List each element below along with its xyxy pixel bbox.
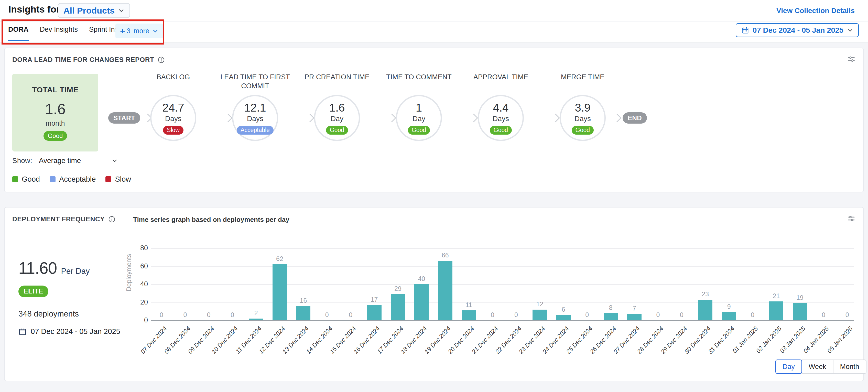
stage-value: 12.1 bbox=[244, 101, 266, 114]
date-range-picker[interactable]: 07 Dec 2024 - 05 Jan 2025 bbox=[736, 23, 859, 37]
stage-rating-badge: Good bbox=[326, 126, 348, 134]
legend-label: Good bbox=[22, 175, 40, 183]
stage-connector-arrow-icon bbox=[224, 114, 232, 122]
stage-unit: Days bbox=[493, 115, 509, 123]
bar-value-label: 2 bbox=[246, 309, 267, 317]
bar-value-label: 0 bbox=[577, 311, 597, 319]
bar-value-label: 0 bbox=[483, 311, 503, 319]
more-tabs-dropdown[interactable]: + 3 more bbox=[116, 24, 163, 38]
show-label: Show: bbox=[12, 157, 32, 165]
deployment-bar[interactable] bbox=[414, 284, 429, 320]
deployment-bar[interactable] bbox=[367, 305, 381, 320]
stage-connector-line bbox=[279, 118, 310, 118]
deployment-bar[interactable] bbox=[627, 314, 642, 320]
rating-legend: GoodAcceptableSlow bbox=[12, 175, 131, 183]
stage-value: 1.6 bbox=[329, 101, 345, 114]
bar-value-label: 0 bbox=[175, 311, 195, 319]
deployment-bar[interactable] bbox=[391, 294, 405, 320]
bar-value-label: 0 bbox=[222, 311, 243, 319]
stage-rating-badge: Good bbox=[408, 126, 430, 134]
deployment-bar[interactable] bbox=[273, 264, 287, 320]
deployment-bar[interactable] bbox=[532, 310, 547, 320]
stage-rating-badge: Slow bbox=[163, 126, 184, 134]
deployment-frequency-panel: DEPLOYMENT FREQUENCY Time series graph b… bbox=[4, 207, 864, 381]
bar-value-label: 0 bbox=[198, 311, 219, 319]
stage-label-pr-creation-time: PR CREATION TIME bbox=[293, 73, 380, 82]
gridline bbox=[151, 284, 854, 285]
bar-value-label: 23 bbox=[695, 291, 715, 298]
product-selector-label: All Products bbox=[63, 6, 115, 16]
stage-label-merge-time: MERGE TIME bbox=[539, 73, 626, 82]
y-axis-title: Deployments bbox=[125, 247, 132, 298]
more-label: more bbox=[133, 27, 150, 35]
granularity-week[interactable]: Week bbox=[802, 360, 833, 374]
deployment-bar[interactable] bbox=[793, 303, 807, 320]
stage-merge-time: 3.9DaysGood bbox=[560, 95, 606, 141]
granularity-toggle: DayWeekMonth bbox=[775, 360, 866, 374]
end-connector-arrow-icon bbox=[613, 114, 621, 122]
granularity-month[interactable]: Month bbox=[833, 360, 866, 374]
stage-connector-arrow-icon bbox=[306, 114, 314, 122]
granularity-day[interactable]: Day bbox=[775, 360, 802, 374]
stage-connector-arrow-icon bbox=[469, 114, 478, 122]
stage-backlog: 24.7DaysSlow bbox=[150, 95, 196, 141]
deployment-bar[interactable] bbox=[249, 319, 263, 320]
tab-dora[interactable]: DORA bbox=[8, 25, 29, 41]
bar-value-label: 62 bbox=[270, 255, 290, 263]
bar-value-label: 0 bbox=[837, 311, 858, 319]
stage-label-lead-time-to-first-commit: LEAD TIME TO FIRST COMMIT bbox=[212, 73, 299, 91]
deployment-bar[interactable] bbox=[769, 301, 783, 320]
deployment-bar[interactable] bbox=[604, 313, 618, 320]
bar-value-label: 0 bbox=[742, 311, 763, 319]
stage-rating-badge: Acceptable bbox=[237, 126, 274, 134]
tab-dev-insights[interactable]: Dev Insights bbox=[39, 25, 79, 41]
y-tick-label: 60 bbox=[117, 262, 148, 270]
stage-unit: Days bbox=[575, 115, 591, 123]
deployment-bar[interactable] bbox=[556, 315, 571, 320]
y-tick-label: 20 bbox=[117, 298, 148, 306]
stage-connector-line bbox=[361, 118, 392, 118]
chevron-down-icon bbox=[152, 28, 158, 34]
bar-value-label: 40 bbox=[411, 275, 432, 282]
bar-value-label: 0 bbox=[506, 311, 526, 319]
bar-value-label: 29 bbox=[388, 285, 408, 293]
stage-label-approval-time: APPROVAL TIME bbox=[457, 73, 544, 82]
deployment-bar[interactable] bbox=[462, 310, 476, 320]
legend-label: Slow bbox=[115, 175, 131, 183]
bar-value-label: 12 bbox=[529, 300, 550, 308]
bar-value-label: 6 bbox=[553, 306, 574, 313]
bar-value-label: 17 bbox=[364, 296, 384, 303]
stage-rating-badge: Good bbox=[572, 126, 594, 134]
stage-lead-time-to-first-commit: 12.1DaysAcceptable bbox=[232, 95, 278, 141]
gridline bbox=[151, 302, 854, 303]
product-selector-dropdown[interactable]: All Products bbox=[58, 3, 130, 18]
legend-item-acceptable: Acceptable bbox=[50, 175, 96, 183]
y-tick-label: 0 bbox=[117, 316, 148, 324]
legend-item-good: Good bbox=[12, 175, 40, 183]
bar-value-label: 0 bbox=[340, 311, 361, 319]
stage-approval-time: 4.4DaysGood bbox=[478, 95, 524, 141]
show-selector[interactable]: Show: Average time bbox=[12, 157, 118, 165]
y-tick-label: 80 bbox=[117, 244, 148, 252]
view-collection-details-link[interactable]: View Collection Details bbox=[776, 7, 855, 15]
deployment-bar[interactable] bbox=[722, 312, 736, 320]
stage-connector-line bbox=[524, 118, 556, 118]
date-range-label: 07 Dec 2024 - 05 Jan 2025 bbox=[752, 26, 843, 34]
legend-swatch-good bbox=[12, 176, 18, 182]
pipeline-end-node: END bbox=[623, 112, 647, 124]
calendar-icon bbox=[741, 26, 749, 34]
deployments-bar-chart: 020406080Deployments007 Dec 2024008 Dec … bbox=[5, 208, 863, 381]
gridline bbox=[151, 266, 854, 267]
bar-value-label: 8 bbox=[600, 304, 621, 311]
stage-connector-line bbox=[442, 118, 474, 118]
deployment-bar[interactable] bbox=[296, 306, 310, 320]
header-divider bbox=[0, 22, 868, 22]
stage-value: 1 bbox=[416, 101, 422, 114]
legend-swatch-acceptable bbox=[50, 176, 56, 182]
y-tick-label: 40 bbox=[117, 280, 148, 288]
legend-swatch-slow bbox=[105, 176, 111, 182]
bar-value-label: 66 bbox=[435, 251, 456, 259]
deployment-bar[interactable] bbox=[438, 261, 453, 320]
stage-time-to-comment: 1DayGood bbox=[396, 95, 442, 141]
deployment-bar[interactable] bbox=[698, 300, 712, 320]
